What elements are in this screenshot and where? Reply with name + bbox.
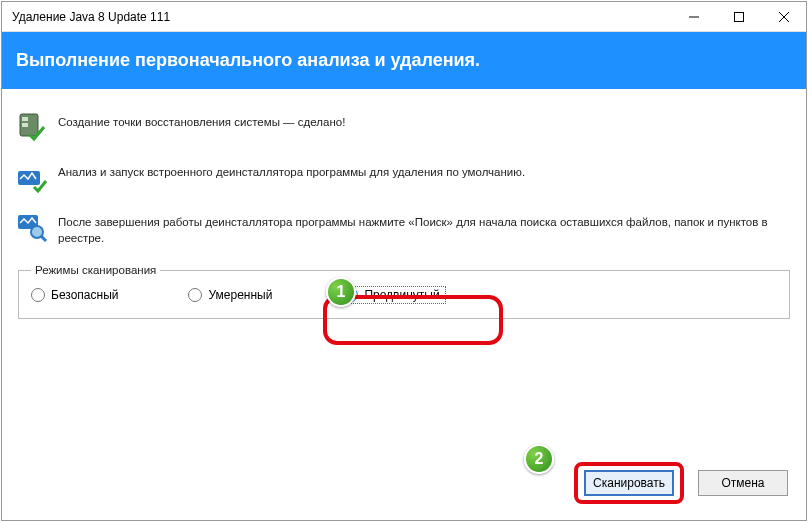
svg-rect-5 xyxy=(22,117,28,121)
app-window: Удаление Java 8 Update 111 Выполнение пе… xyxy=(1,1,807,521)
step-search-text: После завершения работы деинсталлятора п… xyxy=(58,211,792,246)
banner-text: Выполнение первоначального анализа и уда… xyxy=(16,50,480,70)
scan-modes-group: Режимы сканирования Безопасный Умеренный… xyxy=(18,264,790,319)
maximize-icon xyxy=(734,12,744,22)
close-icon xyxy=(779,12,789,22)
scan-button-highlight: Сканировать xyxy=(574,462,684,504)
annotation-badge-1: 1 xyxy=(326,277,356,307)
annotation-badge-2: 2 xyxy=(524,444,554,474)
server-check-icon xyxy=(16,111,48,143)
scan-modes-legend: Режимы сканирования xyxy=(31,264,160,276)
step-restore-text: Создание точки восстановления системы — … xyxy=(58,111,345,131)
radio-safe[interactable]: Безопасный xyxy=(31,288,118,302)
minimize-button[interactable] xyxy=(671,3,716,31)
window-title: Удаление Java 8 Update 111 xyxy=(2,10,671,24)
radio-advanced[interactable]: Продвинутый xyxy=(342,286,445,304)
svg-line-10 xyxy=(41,236,46,241)
step-analyze: Анализ и запуск встроенного деинсталлято… xyxy=(16,161,792,193)
maximize-button[interactable] xyxy=(716,3,761,31)
button-bar: Сканировать Отмена xyxy=(574,462,788,504)
titlebar: Удаление Java 8 Update 111 xyxy=(2,2,806,32)
minimize-icon xyxy=(689,12,699,22)
radio-safe-input[interactable] xyxy=(31,288,45,302)
svg-rect-6 xyxy=(22,123,28,127)
step-analyze-text: Анализ и запуск встроенного деинсталлято… xyxy=(58,161,525,181)
banner: Выполнение первоначального анализа и уда… xyxy=(2,32,806,89)
radio-safe-label: Безопасный xyxy=(51,288,118,302)
content-area: Создание точки восстановления системы — … xyxy=(2,89,806,319)
close-button[interactable] xyxy=(761,3,806,31)
svg-rect-1 xyxy=(734,12,743,21)
scan-button[interactable]: Сканировать xyxy=(584,470,674,496)
radio-moderate-input[interactable] xyxy=(188,288,202,302)
radio-moderate[interactable]: Умеренный xyxy=(188,288,272,302)
radio-moderate-label: Умеренный xyxy=(208,288,272,302)
cancel-button[interactable]: Отмена xyxy=(698,470,788,496)
window-controls xyxy=(671,3,806,31)
search-icon xyxy=(16,211,48,243)
scan-modes-radios: Безопасный Умеренный Продвинутый xyxy=(31,286,777,304)
analyze-icon xyxy=(16,161,48,193)
step-search: После завершения работы деинсталлятора п… xyxy=(16,211,792,246)
step-restore: Создание точки восстановления системы — … xyxy=(16,111,792,143)
radio-advanced-label: Продвинутый xyxy=(364,288,439,302)
